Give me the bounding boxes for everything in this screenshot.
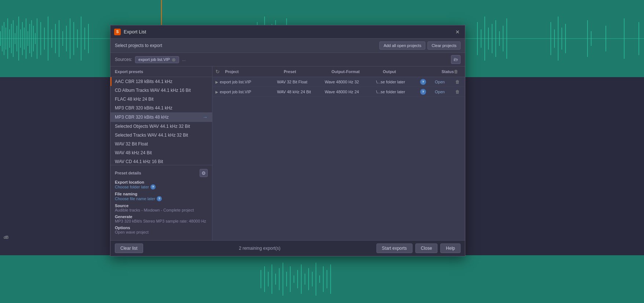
remaining-exports-text: 2 remaining export(s)	[146, 246, 374, 251]
svg-rect-49	[488, 28, 489, 50]
svg-rect-55	[550, 22, 551, 55]
svg-rect-76	[294, 275, 294, 283]
preset-label-sel-obj: Selected Objects WAV 44.1 kHz 32 Bit	[115, 124, 190, 129]
svg-rect-57	[558, 17, 559, 61]
source-tag: export job list.VIP ⊗	[135, 56, 179, 63]
waveform-bottom	[0, 255, 644, 303]
options-label: Options	[115, 226, 208, 230]
row-play-button-2[interactable]: ▶	[215, 90, 218, 94]
start-exports-button[interactable]: Start exports	[376, 244, 412, 253]
svg-rect-18	[29, 24, 30, 53]
svg-rect-78	[301, 264, 302, 294]
svg-rect-3	[2, 26, 3, 51]
clear-list-button[interactable]: Clear list	[115, 244, 143, 253]
file-naming-help-icon[interactable]: ?	[157, 196, 162, 201]
svg-rect-27	[55, 24, 56, 53]
col-status-header: Status	[441, 69, 454, 74]
export-location-row: Export location Choose folder later ?	[115, 180, 208, 190]
svg-rect-19	[31, 20, 32, 57]
presets-panel: Export presets AAC CBR 128 kBits 44.1 kH…	[110, 66, 212, 240]
sources-folder-button[interactable]: 🗁	[451, 55, 461, 64]
header-buttons: Add all open projects Clear projects	[379, 42, 461, 50]
preset-item-wavcd[interactable]: WAV CD 44.1 kHz 16 Bit	[110, 157, 212, 165]
preset-item-sel-obj[interactable]: Selected Objects WAV 44.1 kHz 32 Bit	[110, 122, 212, 131]
preset-label-wavcd: WAV CD 44.1 kHz 16 Bit	[115, 159, 163, 164]
close-button[interactable]: ✕	[454, 28, 461, 36]
svg-rect-8	[11, 24, 12, 53]
preset-item-cd[interactable]: CD Album Tracks WAV 44.1 kHz 16 Bit	[110, 86, 212, 95]
row-delete-button-1[interactable]: 🗑	[453, 79, 462, 84]
export-row[interactable]: ▶ export job list.VIP WAV 32 Bit Float W…	[212, 77, 465, 87]
row-help-2: ?	[420, 89, 435, 95]
svg-rect-86	[330, 264, 331, 294]
svg-rect-53	[503, 26, 503, 51]
svg-rect-36	[88, 24, 89, 53]
help-button[interactable]: Help	[440, 244, 461, 253]
row-output-2: \...se folder later	[376, 90, 420, 94]
row-help-icon-2[interactable]: ?	[420, 89, 426, 95]
preset-details-header: Preset details ⚙	[115, 169, 208, 177]
dialog-close-button[interactable]: Close	[415, 244, 438, 253]
dialog-header: Select projects to export Add all open p…	[110, 39, 465, 53]
preset-item-mp3-48[interactable]: MP3 CBR 320 kBits 48 kHz →	[110, 112, 212, 122]
file-naming-row: File naming Choose file name later ?	[115, 192, 208, 201]
source-tag-close[interactable]: ⊗	[172, 57, 176, 62]
svg-rect-70	[272, 264, 272, 294]
row-status-2: Open	[435, 90, 453, 94]
preset-item-aac[interactable]: AAC CBR 128 kBits 44.1 kHz	[110, 77, 212, 86]
refresh-button[interactable]: ↻	[215, 69, 223, 75]
row-help-icon-1[interactable]: ?	[420, 79, 426, 85]
svg-rect-21	[35, 33, 36, 44]
svg-rect-68	[264, 266, 265, 292]
export-location-value: Choose folder later ?	[115, 184, 208, 190]
dialog-footer: Clear list 2 remaining export(s) Start e…	[110, 240, 465, 256]
row-format-2: Wave 48000 Hz 24	[325, 90, 376, 94]
preset-settings-button[interactable]: ⚙	[200, 169, 208, 177]
preset-item-wav48[interactable]: WAV 48 kHz 24 Bit	[110, 148, 212, 157]
preset-label-mp3-441: MP3 CBR 320 kBits 44.1 kHz	[115, 105, 172, 111]
svg-rect-82	[316, 263, 316, 296]
svg-rect-30	[66, 26, 67, 51]
export-panel: ↻ Project Preset Output-Format Output St…	[212, 66, 465, 240]
svg-rect-73	[283, 263, 283, 296]
preset-item-mp3-441[interactable]: MP3 CBR 320 kBits 44.1 kHz	[110, 104, 212, 112]
svg-rect-35	[84, 28, 85, 50]
preset-item-sel-trk[interactable]: Selected Tracks WAV 44.1 kHz 32 Bit	[110, 131, 212, 140]
svg-rect-31	[70, 18, 70, 59]
svg-rect-22	[37, 18, 37, 59]
sources-more-button[interactable]: ...	[182, 57, 186, 62]
svg-rect-48	[484, 17, 485, 61]
row-output-1: \...se folder later	[376, 80, 420, 84]
source-detail-row: Source Audible tracks - Mixdown - Comple…	[115, 203, 208, 212]
svg-rect-10	[15, 33, 15, 44]
preset-item-flac[interactable]: FLAC 48 kHz 24 Bit	[110, 95, 212, 104]
clear-projects-button[interactable]: Clear projects	[427, 42, 461, 50]
svg-rect-84	[323, 266, 324, 292]
row-delete-button-2[interactable]: 🗑	[453, 89, 462, 94]
preset-item-wav32[interactable]: WAV 32 Bit Float	[110, 140, 212, 148]
export-location-help-icon[interactable]: ?	[150, 184, 156, 190]
svg-rect-46	[477, 22, 478, 55]
add-all-open-projects-button[interactable]: Add all open projects	[379, 42, 425, 50]
svg-rect-26	[51, 29, 52, 48]
table-header: ↻ Project Preset Output-Format Output St…	[212, 66, 465, 77]
preset-details-title: Preset details	[115, 171, 141, 175]
row-play-button-1[interactable]: ▶	[215, 80, 218, 84]
export-row[interactable]: ▶ export job list.VIP WAV 48 kHz 24 Bit …	[212, 87, 465, 97]
svg-rect-33	[77, 29, 78, 48]
presets-header: Export presets	[110, 66, 212, 77]
generate-row: Generate MP3 320 kBit/s Stereo MP3 sampl…	[115, 214, 208, 223]
preset-label-aac: AAC CBR 128 kBits 44.1 kHz	[115, 79, 172, 84]
col-output-header: Output	[383, 69, 427, 74]
svg-rect-66	[0, 255, 644, 303]
generate-label: Generate	[115, 214, 208, 219]
preset-label-flac: FLAC 48 kHz 24 Bit	[115, 97, 153, 102]
preset-label-wav48: WAV 48 kHz 24 Bit	[115, 150, 152, 155]
svg-rect-12	[18, 17, 19, 61]
svg-rect-83	[319, 275, 320, 283]
svg-rect-50	[492, 24, 492, 53]
folder-icon: 🗁	[454, 57, 458, 62]
source-detail-value: Audible tracks - Mixdown - Complete proj…	[115, 208, 208, 212]
file-naming-value: Choose file name later ?	[115, 196, 208, 201]
export-list-dialog: S Export List ✕ Select projects to expor…	[110, 25, 465, 256]
